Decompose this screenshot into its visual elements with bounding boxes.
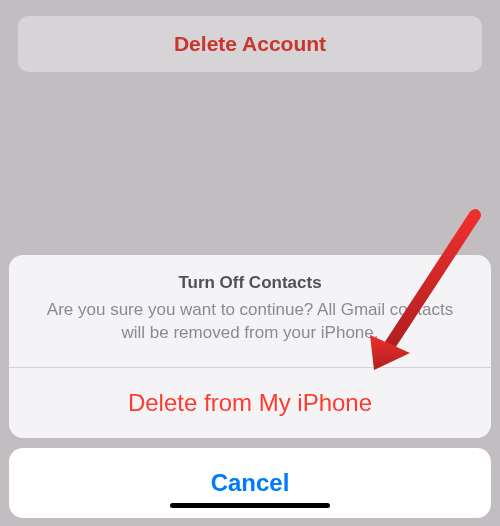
delete-from-iphone-label: Delete from My iPhone xyxy=(128,389,372,417)
action-sheet: Turn Off Contacts Are you sure you want … xyxy=(9,255,491,518)
action-sheet-title: Turn Off Contacts xyxy=(35,273,465,293)
delete-account-button[interactable]: Delete Account xyxy=(18,16,482,72)
delete-from-iphone-button[interactable]: Delete from My iPhone xyxy=(9,368,491,438)
action-sheet-message: Are you sure you want to continue? All G… xyxy=(35,299,465,345)
action-sheet-header: Turn Off Contacts Are you sure you want … xyxy=(9,255,491,367)
cancel-label: Cancel xyxy=(211,469,290,497)
action-sheet-card: Turn Off Contacts Are you sure you want … xyxy=(9,255,491,438)
delete-account-label: Delete Account xyxy=(174,32,326,56)
home-indicator xyxy=(170,503,330,508)
